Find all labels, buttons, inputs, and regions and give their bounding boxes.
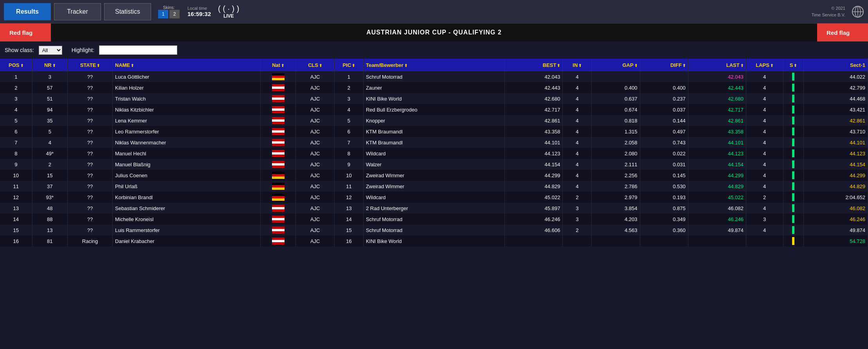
skin2-button[interactable]: 2 [169, 10, 180, 18]
cell-best: 46.246 [505, 214, 563, 225]
cell-team: KTM Braumandl [363, 126, 505, 137]
cell-laps: 4 [746, 225, 783, 236]
cell-nr: 88 [32, 214, 67, 225]
cell-nr: 3 [32, 71, 67, 82]
flag-at-icon [272, 139, 285, 146]
s-indicator-green [792, 95, 794, 103]
red-flag-right: Red flag [817, 23, 868, 41]
cell-s [783, 203, 803, 214]
cell-cls: AJC [296, 214, 335, 225]
s-indicator-green [792, 182, 794, 190]
cell-diff [640, 236, 688, 246]
table-header-row: POS⬆ NR⬆ STATE⬆ NAME⬆ Nat⬆ CLS⬆ PIC⬆ Tea… [0, 59, 868, 71]
cell-state: ?? [67, 170, 112, 181]
cell-state: ?? [67, 203, 112, 214]
header-nat[interactable]: Nat⬆ [261, 59, 296, 71]
cell-in: 4 [563, 104, 592, 115]
cell-team: KINI Bike World [363, 93, 505, 104]
cell-in [563, 236, 592, 246]
header-pos[interactable]: POS⬆ [0, 59, 32, 71]
cell-team: Knopper [363, 115, 505, 126]
header-diff[interactable]: DIFF⬆ [640, 59, 688, 71]
cell-diff: 0.875 [640, 203, 688, 214]
cell-name: Lena Kemmer [113, 115, 261, 126]
cell-last: 44.123 [688, 148, 746, 159]
cell-nat [261, 126, 296, 137]
header-gap[interactable]: GAP⬆ [592, 59, 640, 71]
cell-team: Walzer [363, 159, 505, 170]
show-class-select[interactable]: All AJC [39, 46, 62, 55]
cell-s [783, 137, 803, 148]
s-indicator-green [792, 204, 794, 212]
cell-nat [261, 203, 296, 214]
cell-name: Julius Coenen [113, 170, 261, 181]
header-team[interactable]: Team/Bewerber⬆ [363, 59, 505, 71]
cell-nat [261, 181, 296, 192]
cell-nat [261, 148, 296, 159]
cell-sect1: 44.101 [803, 137, 868, 148]
header-best[interactable]: BEST⬆ [505, 59, 563, 71]
header-in[interactable]: IN⬆ [563, 59, 592, 71]
cell-sect1: 44.022 [803, 71, 868, 82]
cell-s [783, 126, 803, 137]
top-bar: Results Tracker Statistics Skins: 1 2 Lo… [0, 0, 868, 23]
cell-cls: AJC [296, 203, 335, 214]
cell-name: Manuel Blaßnig [113, 159, 261, 170]
header-last[interactable]: LAST⬆ [688, 59, 746, 71]
cell-in: 4 [563, 126, 592, 137]
header-pic[interactable]: PIC⬆ [334, 59, 363, 71]
header-s[interactable]: S⬆ [783, 59, 803, 71]
flag-de-icon [272, 183, 285, 190]
results-table-container: POS⬆ NR⬆ STATE⬆ NAME⬆ Nat⬆ CLS⬆ PIC⬆ Tea… [0, 59, 868, 246]
results-button[interactable]: Results [4, 3, 51, 20]
cell-sect1: 46.246 [803, 214, 868, 225]
tracker-button[interactable]: Tracker [54, 3, 101, 20]
cell-name: Tristan Walch [113, 93, 261, 104]
cell-s [783, 214, 803, 225]
s-indicator-green [792, 139, 794, 146]
flag-at-icon [272, 216, 285, 223]
cell-laps: 4 [746, 137, 783, 148]
header-laps[interactable]: LAPS⬆ [746, 59, 783, 71]
cell-gap: 0.818 [592, 115, 640, 126]
header-state[interactable]: STATE⬆ [67, 59, 112, 71]
local-time-label: Local time [187, 6, 207, 11]
cell-pic: 9 [334, 159, 363, 170]
cell-laps: 4 [746, 93, 783, 104]
cell-in: 3 [563, 214, 592, 225]
highlight-input[interactable] [99, 45, 177, 55]
header-nr[interactable]: NR⬆ [32, 59, 67, 71]
cell-cls: AJC [296, 126, 335, 137]
header-cls[interactable]: CLS⬆ [296, 59, 335, 71]
cell-cls: AJC [296, 192, 335, 203]
cell-last: 42.717 [688, 104, 746, 115]
skin1-button[interactable]: 1 [158, 10, 168, 18]
cell-best: 44.123 [505, 148, 563, 159]
header-sect1[interactable]: Sect-1 [803, 59, 868, 71]
cell-s [783, 148, 803, 159]
cell-name: Kilian Holzer [113, 82, 261, 93]
cell-s [783, 225, 803, 236]
cell-cls: AJC [296, 82, 335, 93]
header-name[interactable]: NAME⬆ [113, 59, 261, 71]
cell-laps: 4 [746, 82, 783, 93]
live-dot: ( ( · ) ) [218, 4, 239, 13]
cell-nr: 4 [32, 137, 67, 148]
cell-nat [261, 214, 296, 225]
table-row: 5 35 ?? Lena Kemmer AJC 5 Knopper 42.861… [0, 115, 868, 126]
cell-last: 44.829 [688, 181, 746, 192]
s-indicator-yellow [792, 237, 794, 245]
flag-at-icon [272, 84, 285, 91]
cell-diff: 0.031 [640, 159, 688, 170]
cell-pos: 3 [0, 93, 32, 104]
flag-at-icon [272, 117, 285, 124]
cell-best: 42.680 [505, 93, 563, 104]
table-row: 12 93* ?? Korbinian Brandl AJC 12 Wildca… [0, 192, 868, 203]
cell-last [688, 236, 746, 246]
cell-team: Zweirad Wimmer [363, 170, 505, 181]
cell-last: 45.022 [688, 192, 746, 203]
cell-s [783, 236, 803, 246]
statistics-button[interactable]: Statistics [104, 3, 151, 20]
s-indicator-green [792, 84, 794, 92]
cell-best: 45.897 [505, 203, 563, 214]
